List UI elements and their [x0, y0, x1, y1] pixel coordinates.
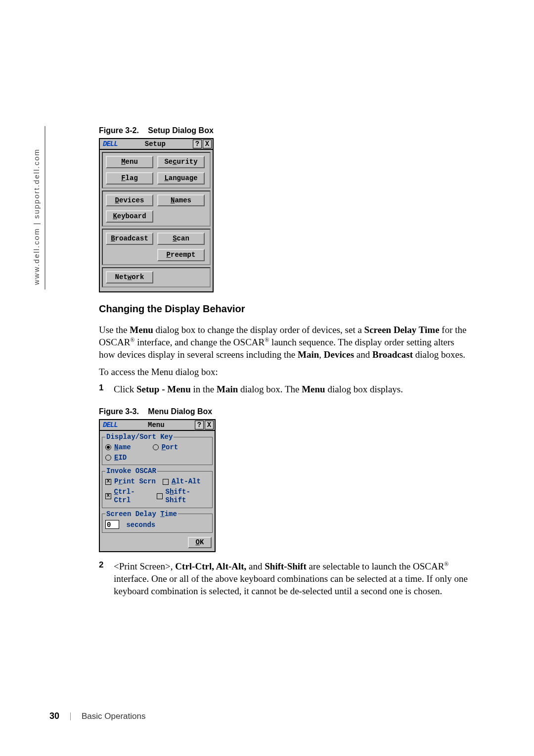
figure-3-3-title: Menu Dialog Box [148, 407, 212, 416]
step-2: 2 <Print Screen>, Ctrl-Ctrl, Alt-Alt, an… [99, 560, 475, 597]
step-2-number: 2 [99, 560, 114, 597]
menu-button[interactable]: Menu [106, 156, 153, 168]
step-1-number: 1 [99, 383, 114, 395]
side-url: www.dell.com | support.dell.com [32, 148, 41, 285]
radio-port[interactable]: Port [153, 443, 178, 452]
radio-unselected-icon [105, 455, 111, 461]
screen-delay-time-legend: Screen Delay Time [105, 510, 178, 519]
heading-changing-display: Changing the Display Behavior [99, 303, 475, 315]
radio-name[interactable]: Name [105, 443, 131, 452]
checkbox-checked-icon [105, 493, 111, 499]
menu-dialog-title: Menu [118, 421, 195, 429]
checkbox-unchecked-icon [163, 479, 169, 485]
dell-logo: DELL [100, 421, 118, 429]
chapter-title: Basic Operations [82, 711, 145, 721]
screen-delay-time-group: Screen Delay Time 0 seconds [102, 510, 213, 533]
radio-selected-icon [105, 444, 111, 450]
dell-logo: DELL [100, 140, 118, 148]
language-button[interactable]: Language [157, 172, 205, 185]
chk-print-scrn[interactable]: Print Scrn [105, 477, 156, 486]
radio-eid[interactable]: EID [105, 454, 127, 462]
setup-dialog: DELL Setup ? X Menu Securi [99, 138, 214, 292]
paragraph-1: Use the Menu dialog box to change the di… [99, 324, 467, 361]
menu-titlebar: DELL Menu ? X [100, 420, 215, 431]
step-1: 1 Click Setup - Menu in the Main dialog … [99, 383, 475, 395]
keyboard-button[interactable]: Keyboard [106, 210, 153, 223]
flag-button[interactable]: Flag [106, 172, 153, 185]
display-sort-key-group: Display/Sort Key Name Port EID [102, 433, 213, 465]
help-icon[interactable]: ? [193, 140, 202, 148]
figure-3-3-number: Figure 3-3. [99, 407, 139, 416]
close-icon[interactable]: X [203, 140, 212, 148]
devices-button[interactable]: Devices [106, 194, 153, 207]
chk-ctrl-ctrl[interactable]: Ctrl-Ctrl [105, 488, 150, 505]
ok-button[interactable]: OK [188, 537, 212, 548]
checkbox-unchecked-icon [157, 493, 163, 499]
help-icon[interactable]: ? [195, 421, 204, 429]
figure-3-2-title: Setup Dialog Box [148, 126, 213, 135]
side-rule [44, 126, 45, 289]
seconds-label: seconds [126, 521, 155, 529]
display-sort-key-legend: Display/Sort Key [105, 433, 174, 441]
chk-shift-shift[interactable]: Shift-Shift [157, 488, 209, 505]
broadcast-button[interactable]: Broadcast [106, 233, 153, 245]
radio-unselected-icon [153, 444, 159, 450]
figure-3-3-caption: Figure 3-3. Menu Dialog Box [99, 407, 475, 416]
figure-3-2-caption: Figure 3-2. Setup Dialog Box [99, 126, 475, 135]
security-button[interactable]: Security [157, 156, 205, 168]
close-icon[interactable]: X [205, 421, 214, 429]
figure-3-2-number: Figure 3-2. [99, 126, 139, 135]
setup-titlebar: DELL Setup ? X [100, 139, 213, 150]
menu-dialog: DELL Menu ? X Display/Sort Key Name Port [99, 419, 216, 552]
names-button[interactable]: Names [157, 194, 205, 207]
setup-dialog-title: Setup [118, 140, 193, 148]
invoke-oscar-legend: Invoke OSCAR [105, 467, 157, 475]
footer-divider [70, 712, 71, 720]
checkbox-checked-icon [105, 479, 111, 485]
chk-alt-alt[interactable]: Alt-Alt [163, 477, 201, 486]
scan-button[interactable]: Scan [157, 233, 205, 245]
page-number: 30 [49, 711, 59, 721]
paragraph-2: To access the Menu dialog box: [99, 366, 467, 378]
page-footer: 30 Basic Operations [49, 711, 145, 721]
invoke-oscar-group: Invoke OSCAR Print Scrn Alt-Alt Ctrl-Ctr… [102, 467, 213, 508]
preempt-button[interactable]: Preempt [157, 249, 205, 261]
seconds-input[interactable]: 0 [105, 520, 119, 529]
network-button[interactable]: Network [106, 271, 153, 284]
